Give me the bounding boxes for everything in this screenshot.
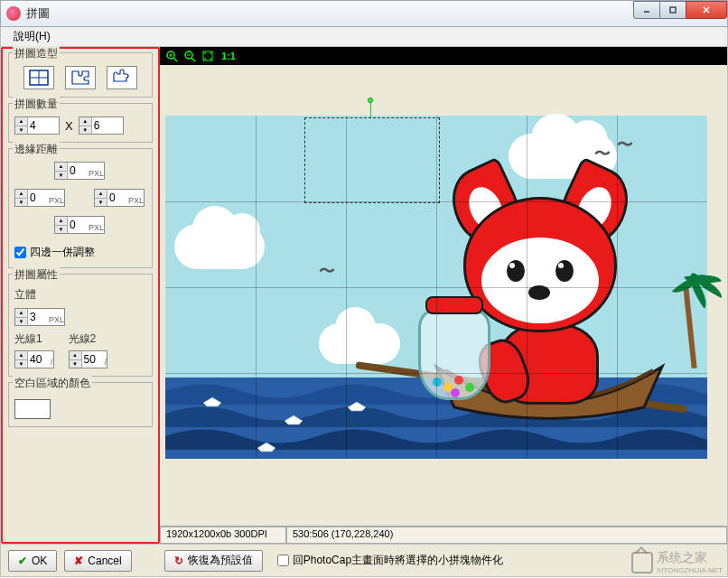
maximize-button[interactable] [659,1,686,19]
menu-help[interactable]: 說明(H) [8,27,56,46]
status-dimensions: 1920x1200x0b 300DPI [160,527,286,544]
light2-label: 光線2 [69,331,108,347]
zoom-out-button[interactable] [182,49,198,63]
shape-jigsaw2-button[interactable] [107,66,137,89]
window-buttons [634,1,727,19]
edge-right-spinner[interactable]: ▲▼ PXL [94,189,145,207]
ok-label: OK [32,555,47,567]
edge-sync-input[interactable] [14,247,26,258]
export-checkbox-label: 回PhotoCap主畫面時將選擇的小拼塊物件化 [293,553,503,568]
shape-jigsaw1-button[interactable] [65,66,96,89]
bird-icon: 〜 [617,134,633,155]
fit-button[interactable] [200,49,216,63]
group-attr: 拼圖屬性 立體 ▲▼ PXL 光線1 ▲▼ / 光線2 ▲▼ [8,274,153,377]
svg-line-8 [173,58,177,61]
statusbar: 1920x1200x0b 300DPI 530:506 (170,228,240… [160,526,727,544]
spin-down-icon[interactable]: ▼ [15,126,27,135]
group-shape: 拼圖造型 [8,52,153,98]
group-blank-color: 空白區域的顏色 [8,382,153,427]
edge-sync-label: 四邊一併調整 [30,245,95,260]
svg-rect-1 [670,7,676,13]
light2-input[interactable] [82,351,104,368]
status-position: 530:506 (170,228,240) [286,527,727,544]
preview-panel: 1:1 〜 〜 〜 [160,47,727,544]
menubar: 說明(H) [0,27,728,47]
edge-left-spinner[interactable]: ▲▼ PXL [14,189,65,207]
cols-input[interactable] [28,117,59,134]
selection-marquee[interactable] [304,117,440,203]
minimize-button[interactable] [633,1,660,19]
reset-label: 恢復為預設值 [188,553,253,568]
main-area: 拼圖造型 拼圖數量 ▲▼ X [0,47,728,545]
canvas[interactable]: 〜 〜 〜 [165,70,707,513]
edge-sync-checkbox[interactable]: 四邊一併調整 [14,245,146,260]
depth-spinner[interactable]: ▲▼ PXL [14,308,65,326]
spin-up-icon[interactable]: ▲ [79,117,91,126]
group-attr-title: 拼圖屬性 [13,267,60,283]
light1-input[interactable] [28,351,50,368]
close-button[interactable] [686,1,727,19]
group-count-title: 拼圖數量 [13,97,60,112]
cancel-label: Cancel [88,555,121,567]
edge-bottom-input[interactable] [68,217,88,233]
refresh-icon: ↻ [174,555,183,567]
light1-spinner[interactable]: ▲▼ / [14,350,54,368]
bottombar: ✔ OK ✘ Cancel ↻ 恢復為預設值 回PhotoCap主畫面時將選擇的… [0,545,728,577]
edge-top-input[interactable] [68,163,88,179]
depth-label: 立體 [14,287,146,303]
selection-rotate-line [370,103,371,117]
edge-top-spinner[interactable]: ▲▼ PXL [54,162,105,180]
canvas-toolbar: 1:1 [160,47,727,65]
cancel-button[interactable]: ✘ Cancel [64,550,131,572]
edge-left-input[interactable] [28,190,48,206]
watermark: 系统之家 XITONGZHIJIA.NET [631,550,723,574]
cols-spinner[interactable]: ▲▼ [14,117,60,135]
reset-button[interactable]: ↻ 恢復為預設值 [164,550,263,572]
ok-button[interactable]: ✔ OK [8,550,57,572]
shape-grid-button[interactable] [23,66,54,89]
group-edge-title: 邊緣距離 [13,142,60,157]
zoom-in-button[interactable] [163,49,180,63]
check-icon: ✔ [18,555,27,567]
group-shape-title: 拼圖造型 [13,46,60,61]
titlebar: 拼圖 [0,0,728,27]
rows-input[interactable] [92,117,123,134]
settings-panel: 拼圖造型 拼圖數量 ▲▼ X [1,47,160,544]
selection-rotate-handle[interactable] [368,98,373,103]
bird-icon: 〜 [319,260,335,282]
actual-size-button[interactable]: 1:1 [218,49,239,63]
rows-spinner[interactable]: ▲▼ [79,117,124,135]
spin-up-icon[interactable]: ▲ [15,117,27,126]
svg-line-12 [191,58,195,61]
light2-spinner[interactable]: ▲▼ / [69,350,108,368]
watermark-logo-icon [631,552,653,573]
depth-input[interactable] [28,309,48,325]
export-checkbox[interactable]: 回PhotoCap主畫面時將選擇的小拼塊物件化 [277,553,503,568]
app-icon [6,6,21,21]
blank-color-swatch[interactable] [14,399,51,419]
light1-label: 光線1 [14,331,54,347]
group-edge: 邊緣距離 ▲▼ PXL ▲▼ PXL ▲▼ PXL ▲▼ PXL [8,148,153,268]
canvas-wrap: 〜 〜 〜 [160,65,727,526]
x-icon: ✘ [74,555,83,567]
count-x-label: X [65,119,73,133]
group-count: 拼圖數量 ▲▼ X ▲▼ [8,103,153,143]
bird-icon: 〜 [594,143,611,164]
window-title: 拼圖 [26,5,50,22]
group-blank-title: 空白區域的顏色 [13,376,92,391]
edge-right-input[interactable] [107,190,127,206]
export-checkbox-input[interactable] [277,555,289,566]
edge-bottom-spinner[interactable]: ▲▼ PXL [54,216,105,234]
spin-down-icon[interactable]: ▼ [79,126,91,135]
